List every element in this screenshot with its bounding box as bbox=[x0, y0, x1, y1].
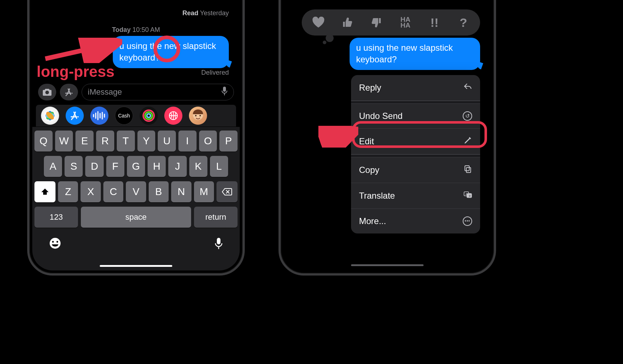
key-b[interactable]: B bbox=[149, 181, 169, 202]
camera-button[interactable] bbox=[38, 84, 56, 100]
menu-copy[interactable]: Copy bbox=[351, 157, 480, 183]
keyboard-row-4: 123 space return bbox=[34, 207, 238, 228]
app-store-a-icon bbox=[64, 87, 74, 97]
svg-point-25 bbox=[52, 241, 54, 243]
pencil-icon bbox=[463, 136, 472, 147]
svg-rect-30 bbox=[466, 167, 471, 173]
apple-cash-app-icon[interactable]: Cash bbox=[115, 107, 133, 125]
keyboard[interactable]: Q W E R T Y U I O P A S D F G H J K L bbox=[32, 127, 240, 270]
microphone-icon bbox=[214, 237, 223, 250]
svg-rect-1 bbox=[223, 87, 226, 92]
key-p[interactable]: P bbox=[219, 131, 238, 152]
key-i[interactable]: I bbox=[178, 131, 197, 152]
svg-text:文: 文 bbox=[469, 194, 471, 198]
menu-undo-label: Undo Send bbox=[359, 111, 403, 121]
key-u[interactable]: U bbox=[158, 131, 176, 152]
compose-row: iMessage bbox=[38, 83, 234, 101]
emoji-button[interactable] bbox=[49, 237, 61, 253]
tapback-thumbs-up[interactable] bbox=[339, 15, 355, 30]
tapback-thumbs-down[interactable] bbox=[368, 15, 384, 30]
svg-point-23 bbox=[199, 115, 201, 116]
memoji-app-icon[interactable] bbox=[189, 107, 207, 125]
key-f[interactable]: F bbox=[106, 156, 124, 177]
menu-more[interactable]: More... ••• bbox=[351, 209, 480, 233]
apple-cash-label: Cash bbox=[118, 113, 130, 119]
audio-messages-app-icon[interactable] bbox=[90, 107, 108, 125]
keyboard-row-3: Z X C V B N M bbox=[34, 181, 238, 202]
tapback-haha[interactable]: HAHA bbox=[397, 15, 413, 30]
app-store-icon bbox=[70, 111, 80, 121]
message-input[interactable]: iMessage bbox=[82, 84, 234, 100]
key-d[interactable]: D bbox=[85, 156, 103, 177]
key-w[interactable]: W bbox=[55, 131, 73, 152]
key-q[interactable]: Q bbox=[34, 131, 53, 152]
sent-message-bubble[interactable]: u using the new slapstick keyboard? bbox=[350, 38, 480, 70]
screen-left: Read Yesterday Today 10:50 AM u using th… bbox=[32, 0, 240, 270]
key-y[interactable]: Y bbox=[137, 131, 156, 152]
home-indicator[interactable] bbox=[100, 265, 172, 267]
key-x[interactable]: X bbox=[81, 181, 100, 202]
hashtag-images-app-icon[interactable] bbox=[164, 107, 182, 125]
key-a[interactable]: A bbox=[44, 156, 62, 177]
delete-icon bbox=[222, 188, 232, 196]
menu-reply-label: Reply bbox=[359, 83, 381, 93]
key-c[interactable]: C bbox=[103, 181, 123, 202]
key-v[interactable]: V bbox=[126, 181, 146, 202]
svg-point-22 bbox=[195, 115, 197, 116]
menu-edit[interactable]: Edit bbox=[351, 129, 480, 154]
undo-send-icon: ↺ bbox=[463, 111, 472, 121]
key-delete[interactable] bbox=[216, 181, 238, 202]
photos-app-icon[interactable] bbox=[41, 107, 59, 125]
menu-undo-send[interactable]: Undo Send ↺ bbox=[351, 104, 480, 129]
key-o[interactable]: O bbox=[199, 131, 217, 152]
menu-more-label: More... bbox=[359, 216, 386, 226]
svg-line-29 bbox=[45, 44, 113, 59]
key-s[interactable]: S bbox=[65, 156, 83, 177]
tapback-question[interactable]: ? bbox=[455, 15, 471, 30]
key-l[interactable]: L bbox=[210, 156, 228, 177]
key-k[interactable]: K bbox=[189, 156, 207, 177]
message-text: u using the new slapstick keyboard? bbox=[356, 43, 453, 64]
key-numbers[interactable]: 123 bbox=[34, 207, 78, 228]
svg-rect-31 bbox=[465, 166, 469, 171]
keyboard-bottom-row bbox=[34, 232, 238, 253]
reply-icon bbox=[463, 82, 472, 93]
dictation-icon[interactable] bbox=[221, 86, 228, 98]
key-r[interactable]: R bbox=[96, 131, 114, 152]
key-h[interactable]: H bbox=[148, 156, 166, 177]
copy-icon bbox=[463, 165, 472, 175]
svg-point-19 bbox=[147, 114, 150, 117]
menu-reply[interactable]: Reply bbox=[351, 75, 480, 101]
fitness-app-icon[interactable] bbox=[140, 107, 158, 125]
waveform-icon bbox=[92, 111, 107, 120]
conversation-timestamp: Today 10:50 AM bbox=[32, 26, 240, 34]
key-t[interactable]: T bbox=[117, 131, 135, 152]
tapback-tray[interactable]: HAHA !! ? bbox=[302, 9, 480, 36]
keyboard-row-1: Q W E R T Y U I O P bbox=[34, 131, 238, 152]
key-g[interactable]: G bbox=[127, 156, 145, 177]
dictate-button[interactable] bbox=[214, 237, 223, 253]
app-store-app-icon[interactable] bbox=[66, 107, 84, 125]
key-m[interactable]: M bbox=[194, 181, 214, 202]
menu-translate-label: Translate bbox=[359, 191, 395, 201]
menu-separator bbox=[351, 154, 480, 157]
timestamp-day: Today bbox=[112, 26, 131, 33]
key-e[interactable]: E bbox=[75, 131, 94, 152]
imessage-app-strip[interactable]: Cash bbox=[36, 105, 236, 127]
shift-icon bbox=[41, 187, 49, 196]
key-space[interactable]: space bbox=[81, 207, 191, 228]
home-indicator[interactable] bbox=[351, 264, 424, 266]
key-n[interactable]: N bbox=[171, 181, 191, 202]
tapback-heart[interactable] bbox=[310, 15, 326, 30]
emoji-icon bbox=[49, 237, 61, 249]
menu-separator bbox=[351, 101, 480, 104]
tapback-exclaim[interactable]: !! bbox=[426, 15, 442, 30]
app-drawer-button[interactable] bbox=[60, 84, 78, 100]
key-j[interactable]: J bbox=[168, 156, 186, 177]
menu-translate[interactable]: Translate A 文 bbox=[351, 183, 480, 209]
key-z[interactable]: Z bbox=[58, 181, 78, 202]
key-shift[interactable] bbox=[34, 181, 55, 202]
sent-message-bubble[interactable]: u using the new slapstick keyboard? bbox=[113, 36, 229, 68]
svg-point-24 bbox=[50, 238, 61, 249]
key-return[interactable]: return bbox=[194, 207, 238, 228]
